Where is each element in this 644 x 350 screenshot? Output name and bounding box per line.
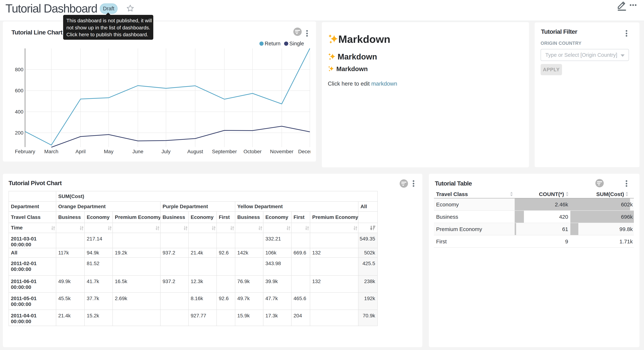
svg-text:June: June bbox=[132, 149, 144, 154]
svg-text:December: December bbox=[298, 149, 310, 154]
svg-text:800: 800 bbox=[15, 67, 24, 72]
svg-text:August: August bbox=[187, 149, 203, 154]
svg-text:November: November bbox=[270, 149, 293, 154]
svg-text:April: April bbox=[76, 149, 86, 154]
svg-text:600: 600 bbox=[15, 88, 24, 94]
svg-text:200: 200 bbox=[15, 130, 24, 136]
svg-text:May: May bbox=[104, 149, 114, 154]
svg-text:October: October bbox=[244, 149, 262, 154]
svg-text:February: February bbox=[15, 149, 35, 154]
svg-text:March: March bbox=[44, 149, 58, 154]
svg-text:September: September bbox=[212, 149, 237, 154]
svg-text:July: July bbox=[162, 149, 170, 154]
svg-text:400: 400 bbox=[15, 109, 24, 114]
